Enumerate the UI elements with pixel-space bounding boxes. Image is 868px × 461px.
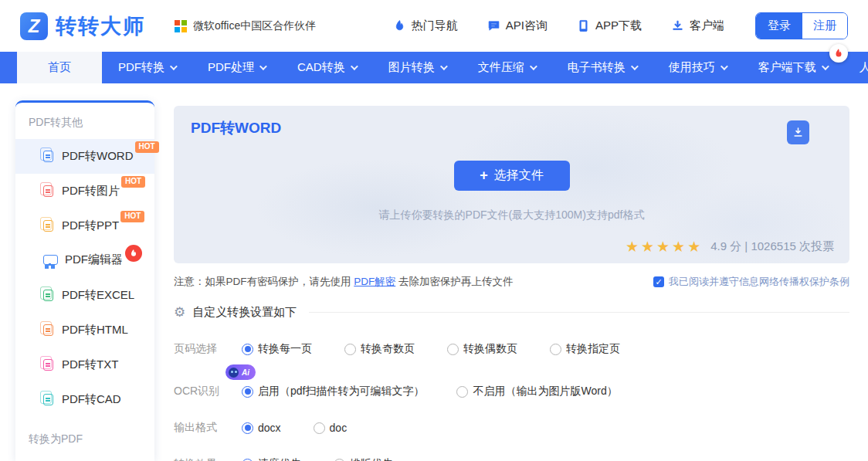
sidebar-item-pdf-to-txt[interactable]: PDF转TXT xyxy=(15,347,154,382)
radio-convert-specified-pages[interactable]: 转换指定页 xyxy=(550,342,620,356)
divider xyxy=(309,312,849,313)
app-download-link[interactable]: APP下载 xyxy=(577,19,642,33)
nav-item-home[interactable]: 首页 xyxy=(17,52,102,83)
pdf-decrypt-link[interactable]: PDF解密 xyxy=(354,276,395,287)
app-download-label: APP下载 xyxy=(595,19,642,33)
rating: ★★★★★ 4.9 分 | 1026515 次投票 xyxy=(626,239,834,254)
nav-item-file-compress[interactable]: 文件压缩 xyxy=(462,52,551,83)
radio-selected-icon[interactable] xyxy=(242,386,253,398)
radio-icon[interactable] xyxy=(344,344,356,355)
agreement-label: 我已阅读并遵守信息网络传播权保护条例 xyxy=(669,275,849,289)
auth-buttons: 登录 注册 xyxy=(755,12,848,39)
sidebar: PDF转其他 PDF转WORD HOT PDF转图片 HOT PDF转PPT H… xyxy=(15,100,154,461)
radio-doc[interactable]: doc xyxy=(314,422,348,434)
hot-badge: HOT xyxy=(135,141,159,153)
rating-text: 4.9 分 | 1026515 次投票 xyxy=(710,239,834,254)
hot-badge: HOT xyxy=(121,176,145,188)
fire-badge-icon xyxy=(125,245,142,262)
upload-panel[interactable]: PDF转WORD + 选择文件 请上传你要转换的PDF文件(最大支持100M)支… xyxy=(174,106,849,263)
radio-layout-priority[interactable]: 排版优先 xyxy=(334,457,393,461)
download-icon xyxy=(671,19,684,32)
api-link[interactable]: API咨询 xyxy=(487,19,548,33)
setting-row-ocr: Ai OCR识别 启用（pdf扫描件转为可编辑文字） 不启用（输出为图片版Wor… xyxy=(174,385,849,398)
sidebar-item-pdf-to-word[interactable]: PDF转WORD HOT xyxy=(15,139,154,174)
chevron-down-icon xyxy=(530,63,537,70)
radio-selected-icon[interactable] xyxy=(242,459,253,461)
client-link[interactable]: 客户端 xyxy=(671,19,724,33)
radio-speed-priority[interactable]: 速度优先 xyxy=(242,457,301,461)
star-rating-icon: ★★★★★ xyxy=(626,239,703,254)
phone-icon xyxy=(577,19,590,32)
chevron-down-icon xyxy=(440,63,448,70)
setting-label: 输出格式 xyxy=(174,421,242,435)
sidebar-item-pdf-to-excel[interactable]: PDF转EXCEL xyxy=(15,278,154,313)
page: Z 转转大师 微软office中国区合作伙伴 热门导航 API咨询 APP下载 xyxy=(0,0,868,461)
main-content: PDF转WORD + 选择文件 请上传你要转换的PDF文件(最大支持100M)支… xyxy=(174,106,849,461)
site-logo[interactable]: Z 转转大师 xyxy=(20,12,145,40)
flame-icon xyxy=(393,19,406,32)
top-header: Z 转转大师 微软office中国区合作伙伴 热门导航 API咨询 APP下载 xyxy=(0,0,868,52)
logo-text: 转转大师 xyxy=(56,12,145,40)
radio-selected-icon[interactable] xyxy=(242,422,253,434)
txt-doc-icon xyxy=(43,359,53,371)
ppt-doc-icon xyxy=(43,220,53,232)
setting-row-convert-effect: 转换效果 速度优先 排版优先 xyxy=(174,457,849,461)
checkbox-checked-icon[interactable]: ✓ xyxy=(653,276,664,287)
radio-selected-icon[interactable] xyxy=(242,344,253,355)
radio-ocr-enable[interactable]: 启用（pdf扫描件转为可编辑文字） xyxy=(242,385,424,398)
choose-file-button[interactable]: + 选择文件 xyxy=(454,161,570,191)
sidebar-item-pdf-to-image[interactable]: PDF转图片 HOT xyxy=(15,174,154,208)
radio-icon[interactable] xyxy=(334,459,345,461)
monitor-icon xyxy=(43,255,56,266)
nav-item-cad-convert[interactable]: CAD转换 xyxy=(281,52,372,83)
agreement-checkbox-row[interactable]: ✓ 我已阅读并遵守信息网络传播权保护条例 xyxy=(653,275,849,289)
chevron-down-icon xyxy=(170,63,178,70)
sidebar-item-pdf-to-html[interactable]: PDF转HTML xyxy=(15,313,154,347)
sidebar-item-pdf-to-cad[interactable]: PDF转CAD xyxy=(15,382,154,417)
nav-item-pdf-convert[interactable]: PDF转换 xyxy=(102,52,192,83)
nav-item-image-convert[interactable]: 图片转换 xyxy=(372,52,462,83)
ai-badge-text: Ai xyxy=(242,368,249,377)
logo-icon: Z xyxy=(20,12,48,40)
radio-convert-every-page[interactable]: 转换每一页 xyxy=(242,342,312,356)
login-button[interactable]: 登录 xyxy=(756,13,802,39)
download-client-button[interactable] xyxy=(787,120,809,144)
chevron-down-icon xyxy=(259,63,267,70)
hot-nav-label: 热门导航 xyxy=(412,19,458,33)
upload-hint: 请上传你要转换的PDF文件(最大支持100M)支持pdf格式 xyxy=(174,208,849,222)
setting-label: 转换效果 xyxy=(174,457,242,461)
hot-nav-link[interactable]: 热门导航 xyxy=(393,19,458,33)
gear-icon: ⚙ xyxy=(174,306,185,319)
sidebar-item-pdf-editor[interactable]: PDF编辑器 xyxy=(15,243,154,278)
sidebar-item-pdf-to-ppt[interactable]: PDF转PPT HOT xyxy=(15,208,154,243)
setting-label: 页码选择 xyxy=(174,342,242,356)
nav-item-manual-convert[interactable]: 人工转换 HOT xyxy=(843,52,868,83)
word-doc-icon xyxy=(43,151,53,162)
setting-label: OCR识别 xyxy=(174,385,242,398)
excel-doc-icon xyxy=(43,290,53,301)
radio-docx[interactable]: docx xyxy=(242,422,281,434)
microsoft-logo-icon xyxy=(175,20,187,32)
robot-icon xyxy=(229,368,239,378)
radio-ocr-disable[interactable]: 不启用（输出为图片版Word） xyxy=(456,385,617,398)
note-row: 注意：如果PDF有密码保护，请先使用 PDF解密 去除加密保护再上传文件 ✓ 我… xyxy=(174,275,849,289)
api-link-label: API咨询 xyxy=(506,19,548,33)
chevron-down-icon xyxy=(721,63,728,70)
radio-convert-odd-pages[interactable]: 转换奇数页 xyxy=(344,342,415,356)
nav-item-ebook-convert[interactable]: 电子书转换 xyxy=(551,52,653,83)
nav-item-client-download[interactable]: 客户端下载 xyxy=(742,52,843,83)
radio-convert-even-pages[interactable]: 转换偶数页 xyxy=(447,342,517,356)
settings-title: 自定义转换设置如下 xyxy=(192,305,297,320)
radio-icon[interactable] xyxy=(456,386,468,398)
radio-icon[interactable] xyxy=(314,422,325,434)
settings-header: ⚙ 自定义转换设置如下 xyxy=(174,305,849,320)
nav-item-pdf-process[interactable]: PDF处理 xyxy=(192,52,281,83)
hot-badge: HOT xyxy=(120,211,144,222)
chevron-down-icon xyxy=(351,63,358,70)
nav-item-tips[interactable]: 使用技巧 xyxy=(653,52,742,83)
radio-icon[interactable] xyxy=(447,344,459,355)
register-button[interactable]: 注册 xyxy=(802,13,847,39)
radio-icon[interactable] xyxy=(550,344,561,355)
plus-icon: + xyxy=(480,168,488,184)
page-title: PDF转WORD xyxy=(191,118,281,138)
